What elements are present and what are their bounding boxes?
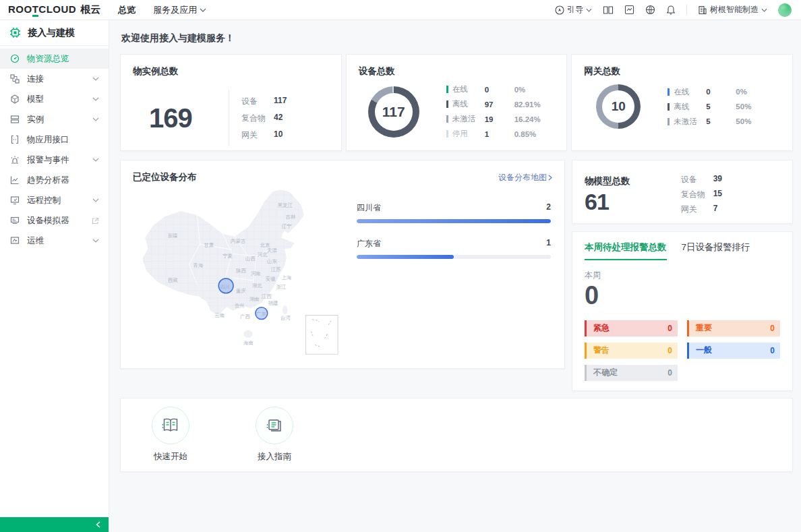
gateway-legend: 在线00% 离线550% 未激活550% — [668, 87, 751, 127]
gateway-total-card: 网关总数 10 在线00% 离线550% 未激活550% — [571, 54, 793, 151]
model-total-value: 61 — [585, 189, 630, 215]
quick-start-circle — [152, 407, 189, 444]
sidebar-item-remote-control[interactable]: 远程控制 — [0, 190, 109, 210]
svg-text:重庆: 重庆 — [236, 288, 246, 294]
book-icon[interactable] — [603, 5, 614, 15]
sidebar-item-instance[interactable]: 实例 — [0, 109, 109, 129]
svg-text:西藏: 西藏 — [168, 277, 178, 283]
legend-row: 未激活550% — [668, 117, 751, 127]
sidebar-items: 物资源总览 连接 模型 实例 物应用接口 报警与事件 趋势分析器 — [0, 46, 109, 251]
svg-text:黑龙江: 黑龙江 — [278, 202, 293, 208]
right-column: 物模型总数 61 设备39 复合物15 网关7 本周待处理报警总数 7日设备报警… — [572, 160, 793, 391]
sidebar-item-operations[interactable]: 运维 — [0, 231, 109, 251]
svg-text:福建: 福建 — [268, 300, 278, 306]
globe-icon[interactable] — [645, 5, 655, 15]
access-guide-circle — [256, 407, 293, 444]
marker-guangdong[interactable] — [256, 307, 268, 320]
bar-sichuan: 四川省2 — [357, 202, 551, 223]
instance-total-card: 物实例总数 169 设备117 复合物42 网关10 — [120, 54, 342, 151]
legend-mark — [446, 130, 448, 138]
svg-text:上海: 上海 — [282, 274, 292, 280]
severity-grid: 紧急0 重要0 警告0 一般0 不确定0 — [585, 320, 780, 381]
sidebar-item-resource-overview[interactable]: 物资源总览 — [0, 49, 109, 69]
app-chart-icon[interactable] — [624, 5, 634, 15]
province-bar-chart: 四川省2 广东省1 — [347, 183, 552, 360]
legend-row: 停用10.85% — [446, 129, 541, 139]
severity-important: 重要0 — [687, 320, 780, 336]
chevron-down-icon — [92, 97, 99, 101]
external-link-icon — [92, 217, 99, 225]
legend-mark — [446, 86, 448, 93]
chevron-down-icon — [92, 158, 99, 162]
breakdown-row: 设备39 — [681, 174, 722, 185]
svg-text:辽宁: 辽宁 — [282, 223, 292, 229]
severity-normal: 一般0 — [687, 343, 780, 359]
hainan-island — [243, 330, 253, 338]
guide-book-icon — [266, 418, 283, 433]
breakdown-row: 设备117 — [241, 96, 287, 107]
alarm-period-value: 0 — [585, 283, 780, 309]
svg-text:广西: 广西 — [240, 314, 250, 320]
legend-row: 在线00% — [668, 87, 751, 97]
svg-text:吉林: 吉林 — [286, 214, 296, 220]
sidebar-item-api[interactable]: 物应用接口 — [0, 129, 109, 150]
org-building-icon — [698, 5, 707, 15]
sidebar-item-connection[interactable]: 连接 — [0, 69, 109, 89]
card-title: 物实例总数 — [133, 65, 329, 78]
sidebar-collapse-bar[interactable] — [0, 517, 109, 532]
card-title: 物模型总数 — [585, 175, 630, 187]
model-icon — [9, 94, 20, 105]
svg-text:山西: 山西 — [245, 256, 256, 262]
overview-gauge-icon — [9, 54, 20, 64]
sidebar-item-alarms-events[interactable]: 报警与事件 — [0, 150, 109, 170]
access-guide-button[interactable]: 接入指南 — [256, 407, 293, 463]
svg-text:湖南: 湖南 — [249, 296, 260, 302]
bell-icon[interactable] — [666, 5, 676, 15]
model-total-card: 物模型总数 61 设备39 复合物15 网关7 — [572, 160, 793, 224]
tab-7day-device-ranking[interactable]: 7日设备报警排行 — [682, 241, 750, 260]
guide-menu[interactable]: 引导 — [555, 4, 592, 16]
taiwan-island — [283, 305, 288, 315]
svg-text:贵州: 贵州 — [235, 303, 245, 309]
nav-overview[interactable]: 总览 — [118, 4, 136, 16]
remote-control-icon — [9, 196, 20, 206]
sidebar-item-device-simulator[interactable]: 设备模拟器 — [0, 210, 109, 231]
gateway-total-value: 10 — [602, 90, 634, 123]
gateway-donut-chart: 10 — [596, 84, 641, 129]
trend-chart-icon — [9, 175, 20, 185]
svg-text:浙江: 浙江 — [276, 284, 287, 290]
chevron-down-icon — [92, 198, 99, 202]
main-content: 欢迎使用接入与建模服务！ 物实例总数 169 设备117 复合物42 网关10 … — [109, 20, 801, 532]
svg-text:内蒙古: 内蒙古 — [231, 238, 246, 244]
alarm-card: 本周待处理报警总数 7日设备报警排行 本周 0 紧急0 重要0 警告0 一般0 … — [572, 231, 793, 391]
sidebar-title: 接入与建模 — [28, 27, 75, 39]
quick-start-button[interactable]: 快速开始 — [152, 407, 189, 463]
card-title: 网关总数 — [584, 65, 780, 78]
tab-week-pending-alarms[interactable]: 本周待处理报警总数 — [585, 241, 667, 260]
alarm-light-icon — [9, 155, 20, 165]
logo-text: ROOTCLOUD — [8, 3, 76, 15]
chevron-down-icon — [761, 8, 767, 12]
divider — [686, 5, 687, 15]
quick-links-row: 快速开始 接入指南 — [120, 398, 793, 472]
chevron-down-icon — [92, 117, 99, 121]
distribution-map-link[interactable]: 设备分布地图 — [498, 172, 552, 183]
marker-sichuan[interactable] — [218, 278, 233, 293]
legend-row: 未激活1916.24% — [446, 114, 541, 124]
legend-row: 离线9782.91% — [446, 99, 541, 109]
middle-row: 已定位设备分布 设备分布地图 — [120, 160, 793, 391]
collapse-left-icon — [96, 521, 100, 528]
sidebar-item-trend-analyzer[interactable]: 趋势分析器 — [0, 170, 109, 190]
chevron-down-icon — [586, 8, 592, 12]
nav-services[interactable]: 服务及应用 — [153, 4, 206, 16]
device-legend: 在线00% 离线9782.91% 未激活1916.24% 停用10.85% — [446, 84, 541, 139]
bar-guangdong: 广东省1 — [357, 238, 551, 259]
org-selector[interactable]: 树根智能制造 — [698, 4, 767, 16]
legend-mark — [668, 103, 670, 111]
svg-text:陕西: 陕西 — [236, 268, 246, 274]
rootcloud-logo[interactable]: ROOTCLOUD 根云 — [8, 3, 100, 16]
severity-warning: 警告0 — [585, 343, 678, 359]
severity-urgent: 紧急0 — [585, 320, 678, 336]
sidebar-item-model[interactable]: 模型 — [0, 89, 109, 109]
user-avatar[interactable] — [778, 3, 792, 17]
